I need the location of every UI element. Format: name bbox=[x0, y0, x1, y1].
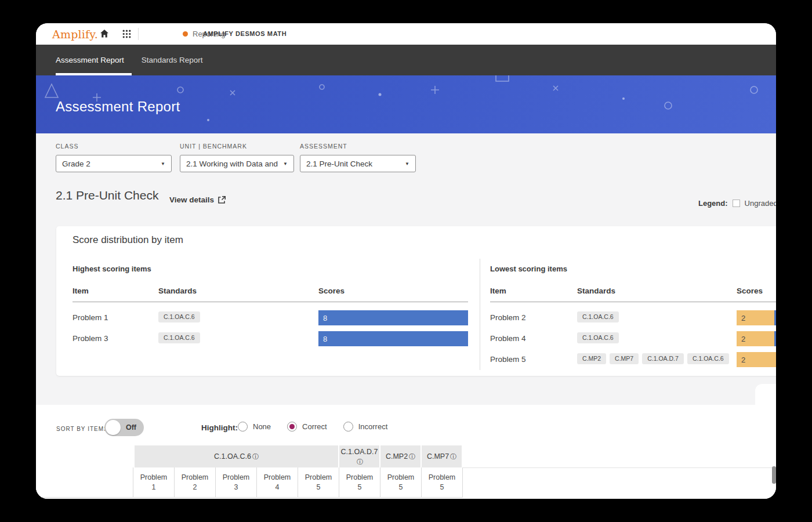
item-name: Problem 1 bbox=[72, 313, 108, 322]
matrix-panel: SORT BY ITEMS Off Highlight: None Correc… bbox=[36, 405, 776, 499]
score-bar[interactable]: 2 bbox=[737, 352, 776, 367]
score-bar-segment bbox=[774, 331, 776, 346]
item-name: Problem 5 bbox=[490, 355, 526, 364]
assessment-select[interactable]: 2.1 Pre-Unit Check ▼ bbox=[300, 155, 416, 172]
legend-item-label: Ungraded bbox=[745, 199, 776, 208]
reporting-dot-icon bbox=[183, 31, 188, 37]
apps-grid-icon[interactable] bbox=[122, 29, 131, 38]
problem-word: Problem bbox=[140, 473, 168, 481]
highlight-label: Highlight: bbox=[201, 423, 238, 432]
problem-word: Problem bbox=[346, 473, 374, 481]
problem-column-header[interactable]: Problem5 bbox=[380, 467, 422, 498]
card-title: Score distribution by item bbox=[72, 234, 183, 246]
col-standards: Standards bbox=[577, 287, 615, 295]
standards-badges: C.1.OA.C.6 bbox=[158, 332, 200, 343]
radio-incorrect[interactable]: Incorrect bbox=[343, 422, 388, 432]
standard-group-label: C.1.OA.C.6 bbox=[214, 452, 251, 461]
score-bar[interactable]: 2 bbox=[737, 310, 776, 325]
standard-badge: C.1.OA.C.6 bbox=[687, 353, 729, 364]
banner: Assessment Report bbox=[36, 75, 776, 133]
standard-badge: C.1.OA.D.7 bbox=[642, 353, 684, 364]
standard-badge: C.1.OA.C.6 bbox=[158, 311, 200, 322]
sort-by-items-toggle[interactable]: Off bbox=[104, 419, 144, 436]
tab-label: Standards Report bbox=[142, 56, 203, 64]
problem-number: 2 bbox=[193, 483, 197, 491]
score-bar-segment bbox=[774, 310, 776, 325]
home-icon[interactable] bbox=[100, 29, 109, 38]
unit-select[interactable]: 2.1 Working with Data and Sol ▼ bbox=[180, 155, 294, 172]
card-divider bbox=[480, 259, 480, 370]
filter-assessment-label: ASSESSMENT bbox=[300, 143, 416, 150]
item-name: Problem 4 bbox=[490, 334, 526, 343]
view-details-link[interactable]: View details bbox=[169, 195, 226, 204]
app-window: Amplify. Reporting AMPLIFY DESMOS MATH A… bbox=[36, 23, 776, 499]
external-link-icon bbox=[217, 195, 226, 204]
radio-correct[interactable]: Correct bbox=[287, 422, 327, 432]
standard-badge: C.1.OA.C.6 bbox=[577, 311, 619, 322]
problem-column-header[interactable]: Problem5 bbox=[422, 467, 463, 498]
problem-number: 5 bbox=[317, 483, 321, 491]
assessment-title: 2.1 Pre-Unit Check bbox=[56, 188, 158, 202]
page-title: Assessment Report bbox=[56, 99, 180, 115]
unit-select-value: 2.1 Working with Data and Sol bbox=[186, 160, 280, 168]
problem-column-header[interactable]: Problem5 bbox=[298, 467, 339, 498]
standard-group-label: C.MP7 bbox=[427, 452, 449, 461]
problem-column-header[interactable]: Problem1 bbox=[133, 467, 175, 498]
score-bar-segment: 2 bbox=[737, 352, 776, 367]
filter-class: CLASS Grade 2 ▼ bbox=[56, 143, 172, 172]
tab-standards-report[interactable]: Standards Report bbox=[142, 45, 203, 75]
filters: CLASS Grade 2 ▼ UNIT | BENCHMARK 2.1 Wor… bbox=[56, 143, 578, 175]
toggle-state-label: Off bbox=[126, 423, 136, 432]
standard-badge: C.MP7 bbox=[610, 353, 639, 364]
legend: Legend: Ungraded bbox=[698, 199, 776, 208]
amplify-logo[interactable]: Amplify. bbox=[52, 28, 98, 41]
score-value: 2 bbox=[737, 314, 745, 322]
info-icon[interactable]: ⓘ bbox=[357, 458, 363, 466]
topbar-divider bbox=[138, 28, 139, 40]
score-value: 8 bbox=[318, 314, 327, 322]
student-name-column-spacer bbox=[36, 445, 133, 467]
score-bar[interactable]: 2 bbox=[737, 331, 776, 346]
standard-group-header: C.MP2ⓘ bbox=[380, 445, 420, 467]
results-matrix-table: C.1.OA.C.6ⓘ C.1.OA.D.7ⓘ C.MP2ⓘ C.MP7ⓘ Pr… bbox=[36, 445, 776, 498]
class-select-value: Grade 2 bbox=[62, 160, 157, 168]
info-icon[interactable]: ⓘ bbox=[450, 453, 456, 461]
tab-assessment-report[interactable]: Assessment Report bbox=[56, 45, 124, 75]
score-bar-segment: 8 bbox=[318, 331, 468, 346]
problem-column-header[interactable]: Problem4 bbox=[257, 467, 298, 498]
problem-number: 4 bbox=[276, 483, 280, 491]
radio-label: Incorrect bbox=[358, 422, 388, 431]
problem-word: Problem bbox=[223, 473, 250, 481]
info-icon[interactable]: ⓘ bbox=[409, 453, 415, 461]
score-bar[interactable]: 8 bbox=[318, 331, 468, 346]
view-details-label: View details bbox=[169, 195, 214, 204]
highest-items-title: Highest scoring items bbox=[72, 264, 151, 273]
item-name: Problem 3 bbox=[72, 334, 108, 343]
radio-circle-icon bbox=[287, 422, 297, 432]
info-icon[interactable]: ⓘ bbox=[252, 453, 259, 461]
score-bar-segment: 2 bbox=[737, 331, 774, 346]
scrollbar-thumb[interactable] bbox=[772, 466, 776, 484]
standards-badges: C.1.OA.C.6 bbox=[577, 332, 619, 343]
problem-column-header[interactable]: Problem5 bbox=[339, 467, 380, 498]
score-value: 2 bbox=[737, 335, 745, 343]
radio-none[interactable]: None bbox=[238, 422, 271, 432]
product-label: AMPLIFY DESMOS MATH bbox=[203, 30, 287, 37]
problem-word: Problem bbox=[182, 473, 209, 481]
score-value: 2 bbox=[737, 356, 745, 364]
problem-number: 1 bbox=[152, 483, 156, 491]
problem-number: 5 bbox=[440, 483, 444, 491]
problem-header-row: Problem1 Problem2 Problem3 Problem4 Prob… bbox=[36, 467, 776, 498]
standard-badge: C.1.OA.C.6 bbox=[158, 332, 200, 343]
standards-badges: C.MP2 C.MP7 C.1.OA.D.7 C.1.OA.C.6 bbox=[577, 353, 729, 364]
problem-word: Problem bbox=[305, 473, 332, 481]
problem-number: 3 bbox=[234, 483, 238, 491]
problem-column-header[interactable]: Problem2 bbox=[175, 467, 216, 498]
item-name: Problem 2 bbox=[490, 313, 526, 322]
problem-column-header[interactable]: Problem3 bbox=[216, 467, 257, 498]
class-select[interactable]: Grade 2 ▼ bbox=[56, 155, 172, 172]
legend-label: Legend: bbox=[698, 199, 728, 208]
standard-group-label: C.MP2 bbox=[386, 452, 408, 461]
filter-unit: UNIT | BENCHMARK 2.1 Working with Data a… bbox=[180, 143, 294, 172]
score-bar[interactable]: 8 bbox=[318, 310, 468, 325]
